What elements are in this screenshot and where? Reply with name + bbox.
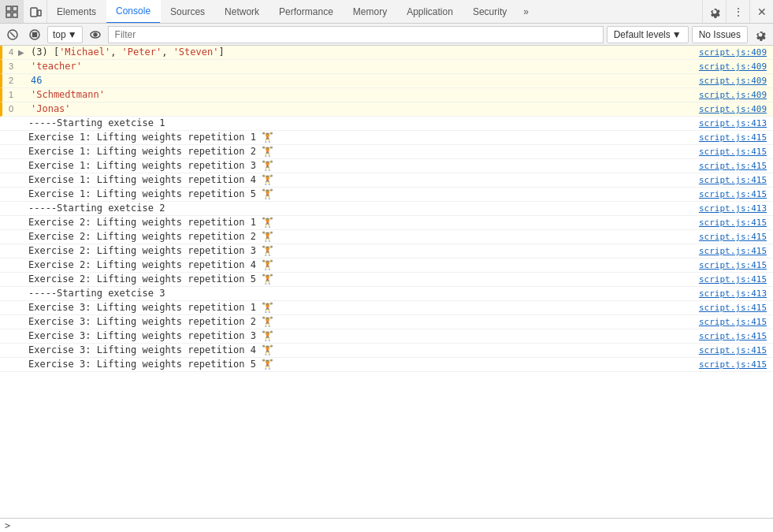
tab-application[interactable]: Application [397, 0, 463, 24]
console-line: Exercise 2: Lifting weights repetition 5… [0, 273, 773, 287]
line-source[interactable]: script.js:415 [699, 274, 773, 285]
line-source[interactable]: script.js:415 [699, 331, 773, 341]
filter-input[interactable] [108, 26, 604, 43]
console-line: Exercise 3: Lifting weights repetition 4… [0, 344, 773, 358]
line-source[interactable]: script.js:415 [699, 147, 773, 157]
line-source[interactable]: script.js:413 [699, 118, 773, 128]
console-line: Exercise 2: Lifting weights repetition 4… [0, 259, 773, 273]
line-content: Exercise 2: Lifting weights repetition 5… [27, 273, 699, 285]
line-source[interactable]: script.js:415 [699, 359, 773, 370]
console-line: Exercise 3: Lifting weights repetition 5… [0, 358, 773, 372]
line-content: Exercise 3: Lifting weights repetition 1… [27, 302, 699, 313]
tab-sources[interactable]: Sources [161, 0, 215, 24]
line-content: -----Starting exetcise 2 [27, 203, 699, 214]
line-source[interactable]: script.js:415 [699, 246, 773, 256]
line-content: -----Starting exetcise 3 [27, 288, 699, 299]
line-content: Exercise 2: Lifting weights repetition 1… [27, 217, 699, 228]
line-source[interactable]: script.js:409 [699, 61, 773, 72]
line-source[interactable]: script.js:415 [699, 218, 773, 228]
line-content: (3) ['Michael', 'Peter', 'Steven'] [29, 47, 699, 58]
line-source[interactable]: script.js:415 [699, 189, 773, 199]
close-icon[interactable]: ✕ [749, 0, 773, 24]
console-line: -----Starting exetcise 3script.js:413 [0, 287, 773, 301]
tab-elements[interactable]: Elements [47, 0, 106, 24]
clear-console-icon[interactable] [3, 25, 22, 44]
console-line: Exercise 1: Lifting weights repetition 5… [0, 188, 773, 202]
svg-rect-9 [33, 32, 37, 36]
line-source[interactable]: script.js:409 [699, 76, 773, 86]
line-source[interactable]: script.js:415 [699, 175, 773, 185]
line-number: 2 [2, 76, 18, 85]
line-source[interactable]: script.js:415 [699, 303, 773, 313]
tab-performance[interactable]: Performance [269, 0, 344, 24]
line-source[interactable]: script.js:413 [699, 203, 773, 214]
line-content: Exercise 3: Lifting weights repetition 5… [27, 359, 699, 370]
line-content: 'teacher' [29, 61, 699, 72]
svg-rect-2 [6, 13, 11, 17]
more-options-icon[interactable]: ⋮ [726, 0, 749, 24]
context-select[interactable]: top ▼ [47, 26, 83, 43]
line-source[interactable]: script.js:415 [699, 132, 773, 143]
line-source[interactable]: script.js:409 [699, 47, 773, 58]
console-line: Exercise 1: Lifting weights repetition 1… [0, 131, 773, 145]
console-line: -----Starting exetcise 1script.js:413 [0, 117, 773, 131]
line-content: Exercise 1: Lifting weights repetition 2… [27, 146, 699, 157]
inspect-icon[interactable] [0, 0, 24, 24]
line-content: Exercise 1: Lifting weights repetition 1… [27, 132, 699, 143]
line-source[interactable]: script.js:409 [699, 104, 773, 114]
tab-console[interactable]: Console [106, 0, 161, 24]
default-levels-button[interactable]: Default levels ▼ [607, 26, 689, 43]
line-source[interactable]: script.js:409 [699, 90, 773, 100]
line-source[interactable]: script.js:415 [699, 260, 773, 270]
device-toolbar-icon[interactable] [24, 0, 47, 24]
expand-arrow-icon[interactable]: ▶ [18, 48, 29, 57]
line-content: Exercise 2: Lifting weights repetition 4… [27, 259, 699, 270]
console-line: Exercise 1: Lifting weights repetition 3… [0, 159, 773, 173]
line-source[interactable]: script.js:415 [699, 161, 773, 171]
svg-point-11 [94, 33, 97, 36]
console-line: Exercise 1: Lifting weights repetition 2… [0, 145, 773, 159]
console-line: Exercise 3: Lifting weights repetition 3… [0, 329, 773, 344]
console-line: Exercise 3: Lifting weights repetition 1… [0, 301, 773, 315]
no-issues-button[interactable]: No Issues [692, 26, 748, 43]
context-dropdown-icon: ▼ [68, 29, 77, 40]
line-content: Exercise 2: Lifting weights repetition 3… [27, 245, 699, 256]
console-line: 1'Schmedtmann'script.js:409 [0, 88, 773, 102]
tab-security[interactable]: Security [463, 0, 517, 24]
stop-icon[interactable] [25, 25, 44, 44]
more-tabs-icon[interactable]: » [517, 0, 535, 23]
default-levels-label: Default levels [614, 29, 671, 40]
line-content: Exercise 1: Lifting weights repetition 4… [27, 174, 699, 185]
tab-network[interactable]: Network [215, 0, 269, 24]
line-source[interactable]: script.js:415 [699, 345, 773, 355]
line-source[interactable]: script.js:415 [699, 232, 773, 242]
tab-memory[interactable]: Memory [344, 0, 397, 24]
tabs: Elements Console Sources Network Perform… [47, 0, 702, 23]
svg-rect-4 [31, 8, 37, 17]
console-settings-icon[interactable] [751, 25, 770, 44]
toolbar-right: ⋮ ✕ [702, 0, 773, 23]
console-line: 246script.js:409 [0, 74, 773, 88]
console-line: Exercise 2: Lifting weights repetition 2… [0, 230, 773, 244]
prompt-icon: > [5, 520, 10, 531]
console-toolbar: top ▼ Default levels ▼ No Issues [0, 24, 773, 46]
line-content: Exercise 1: Lifting weights repetition 3… [27, 160, 699, 171]
console-line: Exercise 3: Lifting weights repetition 2… [0, 315, 773, 329]
line-source[interactable]: script.js:415 [699, 317, 773, 327]
line-content: Exercise 3: Lifting weights repetition 3… [27, 330, 699, 341]
line-content: Exercise 1: Lifting weights repetition 5… [27, 188, 699, 199]
svg-rect-0 [6, 6, 11, 11]
line-source[interactable]: script.js:413 [699, 288, 773, 299]
line-content: Exercise 3: Lifting weights repetition 4… [27, 344, 699, 355]
context-label: top [53, 29, 66, 40]
svg-rect-5 [38, 10, 41, 16]
eye-icon[interactable] [86, 25, 105, 44]
console-output: 4▶(3) ['Michael', 'Peter', 'Steven']scri… [0, 46, 773, 518]
console-line: Exercise 2: Lifting weights repetition 3… [0, 244, 773, 259]
settings-icon[interactable] [702, 0, 726, 24]
tab-bar: Elements Console Sources Network Perform… [0, 0, 773, 24]
console-line: 3'teacher'script.js:409 [0, 60, 773, 74]
line-number: 3 [2, 61, 18, 71]
no-issues-label: No Issues [699, 29, 741, 40]
line-number: 0 [2, 104, 18, 113]
